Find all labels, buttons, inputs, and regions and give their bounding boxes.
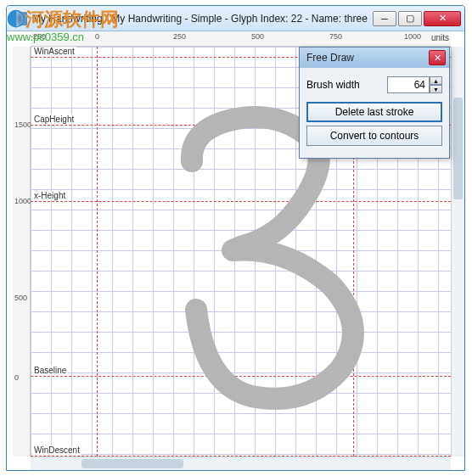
titlebar[interactable]: My Handwriting - My Handwriting - Simple… [7, 6, 464, 31]
dialog-close-button[interactable]: ✕ [429, 50, 446, 65]
vertical-ruler: 1500 1000 500 0 [13, 47, 31, 456]
scroll-thumb-v[interactable] [453, 98, 463, 199]
vertical-scrollbar[interactable] [451, 47, 464, 456]
horizontal-ruler: -250 0 250 500 750 1000 [31, 31, 451, 47]
dialog-titlebar[interactable]: Free Draw ✕ [300, 48, 449, 68]
close-button[interactable]: ✕ [424, 11, 461, 26]
spin-down-button[interactable]: ▼ [430, 85, 442, 93]
app-icon [14, 12, 27, 25]
free-draw-dialog[interactable]: Free Draw ✕ Brush width ▲ ▼ Delete last … [299, 47, 450, 159]
brush-width-input[interactable] [387, 76, 430, 93]
convert-to-contours-button[interactable]: Convert to contours [306, 126, 442, 146]
scroll-thumb-h[interactable] [81, 459, 183, 468]
ruler-units-label: units [431, 33, 449, 42]
minimize-button[interactable]: ─ [373, 11, 396, 26]
dialog-title: Free Draw [306, 52, 429, 64]
maximize-button[interactable]: ▢ [398, 11, 422, 26]
horizontal-scrollbar[interactable] [31, 456, 451, 470]
spin-up-button[interactable]: ▲ [430, 76, 442, 85]
delete-last-stroke-button[interactable]: Delete last stroke [306, 102, 442, 122]
brush-width-label: Brush width [306, 79, 387, 91]
window-title: My Handwriting - My Handwriting - Simple… [32, 13, 373, 25]
